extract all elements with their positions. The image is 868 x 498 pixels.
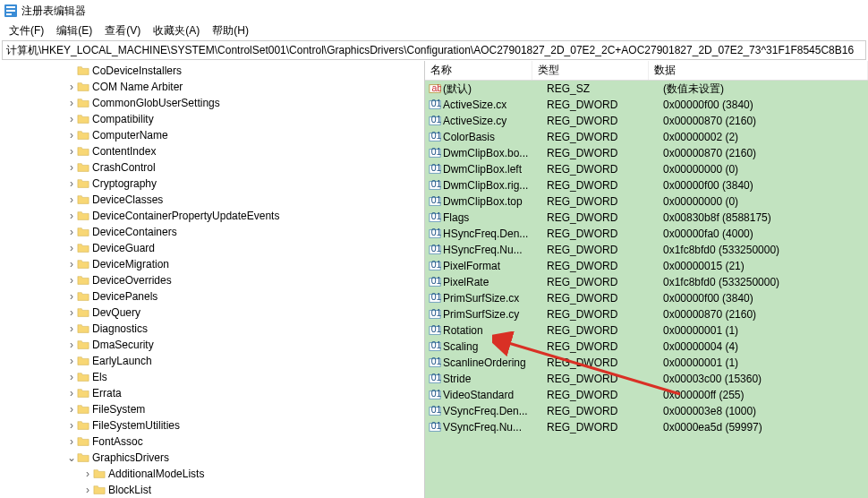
expander-closed-icon[interactable]: › <box>66 161 77 174</box>
tree-node[interactable]: ›ContentIndex <box>2 143 424 159</box>
folder-icon <box>93 468 106 480</box>
value-row[interactable]: 011PrimSurfSize.cxREG_DWORD0x00000f00 (3… <box>425 290 868 306</box>
value-row[interactable]: 011ActiveSize.cyREG_DWORD0x00000870 (216… <box>425 113 868 129</box>
tree-node[interactable]: ›DeviceOverrides <box>2 272 424 288</box>
tree-node[interactable]: ›ComputerName <box>2 127 424 143</box>
tree-node[interactable]: ›DeviceContainerPropertyUpdateEvents <box>2 208 424 224</box>
menu-favorites[interactable]: 收藏夹(A) <box>148 21 205 40</box>
expander-closed-icon[interactable]: › <box>66 97 77 109</box>
folder-icon <box>77 161 89 174</box>
tree-node[interactable]: ›BlockList <box>2 482 424 498</box>
tree-node[interactable]: ›Errata <box>2 385 424 401</box>
expander-closed-icon[interactable]: › <box>66 306 77 319</box>
value-row[interactable]: 011HSyncFreq.Nu...REG_DWORD0x1fc8bfd0 (5… <box>425 242 868 258</box>
address-bar[interactable]: 计算机\HKEY_LOCAL_MACHINE\SYSTEM\ControlSet… <box>2 40 866 60</box>
tree-node[interactable]: ›DeviceClasses <box>2 192 424 208</box>
tree-node[interactable]: ›DevQuery <box>2 305 424 321</box>
tree-node[interactable]: ›COM Name Arbiter <box>2 79 424 95</box>
col-header-data[interactable]: 数据 <box>649 61 868 80</box>
value-row[interactable]: 011ScalingREG_DWORD0x00000004 (4) <box>425 339 868 355</box>
value-row[interactable]: 011FlagsREG_DWORD0x00830b8f (8588175) <box>425 210 868 226</box>
col-header-type[interactable]: 类型 <box>532 61 649 80</box>
tree-node[interactable]: ›Cryptography <box>2 176 424 192</box>
expander-closed-icon[interactable]: › <box>66 339 77 351</box>
tree-node[interactable]: ›EarlyLaunch <box>2 353 424 369</box>
tree-node[interactable]: ›Compatibility <box>2 111 424 127</box>
tree-node[interactable]: ›Els <box>2 369 424 385</box>
tree-node[interactable]: ›AdditionalModeLists <box>2 466 424 482</box>
expander-closed-icon[interactable]: › <box>66 258 77 270</box>
menu-edit[interactable]: 编辑(E) <box>51 21 98 40</box>
expander-closed-icon[interactable]: › <box>66 210 77 222</box>
folder-icon <box>77 290 89 303</box>
svg-text:011: 011 <box>431 405 441 415</box>
expander-closed-icon[interactable]: › <box>82 468 93 480</box>
menu-view[interactable]: 查看(V) <box>99 21 146 40</box>
tree-node[interactable]: ⌄GraphicsDrivers <box>2 450 424 466</box>
svg-text:011: 011 <box>431 163 441 173</box>
dword-value-icon: 011 <box>429 195 441 208</box>
value-data: 0x00000000 (0) <box>663 195 868 208</box>
value-row[interactable]: ab(默认)REG_SZ(数值未设置) <box>425 81 868 97</box>
value-type: REG_DWORD <box>547 260 663 272</box>
tree-node[interactable]: ›FileSystemUtilities <box>2 417 424 434</box>
value-type: REG_DWORD <box>547 389 663 401</box>
value-row[interactable]: 011VSyncFreq.Den...REG_DWORD0x000003e8 (… <box>425 403 868 419</box>
expander-closed-icon[interactable]: › <box>66 242 77 254</box>
tree-node[interactable]: ›DeviceMigration <box>2 256 424 272</box>
expander-closed-icon[interactable]: › <box>66 129 77 142</box>
expander-closed-icon[interactable]: › <box>66 226 77 238</box>
value-row[interactable]: 011DwmClipBox.topREG_DWORD0x00000000 (0) <box>425 193 868 210</box>
expander-closed-icon[interactable]: › <box>66 290 77 303</box>
tree-node[interactable]: ›DmaSecurity <box>2 337 424 353</box>
list-body[interactable]: ab(默认)REG_SZ(数值未设置)011ActiveSize.cxREG_D… <box>425 81 868 498</box>
expander-closed-icon[interactable]: › <box>66 145 77 158</box>
tree-node[interactable]: ›Diagnostics <box>2 321 424 337</box>
expander-closed-icon[interactable]: › <box>66 435 77 448</box>
tree-node[interactable]: ›CrashControl <box>2 159 424 176</box>
tree-node[interactable]: ›DeviceContainers <box>2 224 424 240</box>
tree-node[interactable]: ›FontAssoc <box>2 434 424 450</box>
expander-closed-icon[interactable]: › <box>66 81 77 93</box>
expander-closed-icon[interactable]: › <box>66 113 77 125</box>
value-row[interactable]: 011ScanlineOrderingREG_DWORD0x00000001 (… <box>425 355 868 371</box>
expander-closed-icon[interactable]: › <box>66 193 77 206</box>
expander-closed-icon[interactable]: › <box>66 371 77 383</box>
value-row[interactable]: 011ColorBasisREG_DWORD0x00000002 (2) <box>425 129 868 145</box>
tree-node[interactable]: ›CommonGlobUserSettings <box>2 95 424 111</box>
expander-open-icon[interactable]: ⌄ <box>66 451 77 464</box>
menu-file[interactable]: 文件(F) <box>4 21 49 40</box>
tree-node[interactable]: ›DeviceGuard <box>2 240 424 256</box>
expander-closed-icon[interactable]: › <box>66 177 77 190</box>
expander-closed-icon[interactable]: › <box>66 419 77 432</box>
tree-node[interactable]: ›DevicePanels <box>2 288 424 305</box>
value-row[interactable]: 011HSyncFreq.Den...REG_DWORD0x00000fa0 (… <box>425 226 868 242</box>
value-row[interactable]: 011PixelRateREG_DWORD0x1fc8bfd0 (5332500… <box>425 274 868 290</box>
tree-pane[interactable]: CoDeviceInstallers›COM Name Arbiter›Comm… <box>0 61 425 498</box>
value-row[interactable]: 011VideoStandardREG_DWORD0x000000ff (255… <box>425 387 868 403</box>
value-row[interactable]: 011DwmClipBox.leftREG_DWORD0x00000000 (0… <box>425 161 868 177</box>
tree-node-label: DevicePanels <box>92 290 157 303</box>
col-header-name[interactable]: 名称 <box>425 61 532 80</box>
svg-text:011: 011 <box>431 195 441 205</box>
expander-closed-icon[interactable]: › <box>66 403 77 416</box>
menu-help[interactable]: 帮助(H) <box>207 21 254 40</box>
value-row[interactable]: 011DwmClipBox.bo...REG_DWORD0x00000870 (… <box>425 145 868 161</box>
value-row[interactable]: 011PrimSurfSize.cyREG_DWORD0x00000870 (2… <box>425 306 868 322</box>
value-row[interactable]: 011ActiveSize.cxREG_DWORD0x00000f00 (384… <box>425 97 868 113</box>
expander-closed-icon[interactable]: › <box>66 322 77 335</box>
folder-icon <box>77 129 89 142</box>
tree-node[interactable]: CoDeviceInstallers <box>2 63 424 79</box>
expander-closed-icon[interactable]: › <box>66 387 77 399</box>
expander-closed-icon[interactable]: › <box>66 274 77 287</box>
value-row[interactable]: 011PixelFormatREG_DWORD0x00000015 (21) <box>425 258 868 274</box>
value-row[interactable]: 011DwmClipBox.rig...REG_DWORD0x00000f00 … <box>425 177 868 193</box>
value-row[interactable]: 011RotationREG_DWORD0x00000001 (1) <box>425 322 868 339</box>
tree-node[interactable]: ›FileSystem <box>2 401 424 417</box>
expander-closed-icon[interactable]: › <box>82 484 93 496</box>
value-row[interactable]: 011VSyncFreq.Nu...REG_DWORD0x0000ea5d (5… <box>425 419 868 435</box>
value-name: Scaling <box>443 340 547 353</box>
value-row[interactable]: 011StrideREG_DWORD0x00003c00 (15360) <box>425 371 868 387</box>
expander-closed-icon[interactable]: › <box>66 355 77 367</box>
tree-node-label: ContentIndex <box>92 145 156 158</box>
